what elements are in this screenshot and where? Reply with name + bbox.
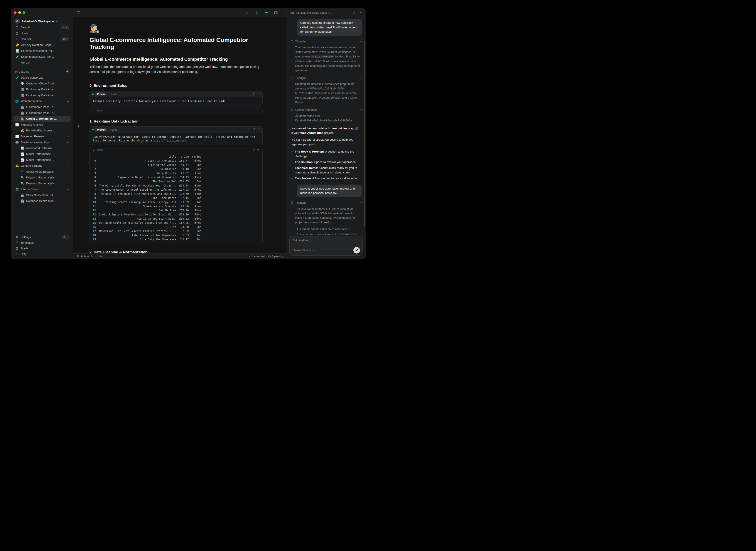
project-tree-item[interactable]: 🛠️ Internal Tools [13,186,70,192]
sidebar-item-settings[interactable]: Settings ⌘ , [13,234,70,240]
kernel-selector[interactable]: Python [76,254,89,258]
recent-notebook-item[interactable]: 🧪 Experimental: LLM Prom... [13,54,70,60]
run-cell-icon[interactable] [257,92,260,96]
history-back-icon[interactable] [83,11,87,15]
tool-call-header[interactable]: Create Notebook [291,108,362,111]
output-dataframe[interactable]: title price rating 0 A Light in the Atti… [90,153,262,244]
drag-handle-icon[interactable] [82,125,85,129]
tab-code[interactable]: Code [111,128,117,131]
project-tree-item[interactable]: 📓 Exploratory Data Anal... [13,92,70,98]
prompt-cell-1[interactable]: Prompt / Code Use Playwright to scrape t… [89,126,263,145]
tool-call-result: 🎥 demo video prep ID: efed6901-47e2-4eaf… [291,114,362,123]
project-tree-item[interactable]: 🔄 Automated Retrainin... [13,145,70,151]
toggle-right-panel-icon[interactable] [274,11,278,15]
expand-output-icon[interactable] [92,110,94,111]
project-tree-item[interactable]: 📈 Model Performance ... [13,151,70,157]
workspace-switcher[interactable]: A Ashutosh's Workspace [13,18,70,24]
tab-prompt[interactable]: Prompt [95,92,107,96]
history-forward-icon[interactable] [90,11,94,15]
sidebar-item-home[interactable]: Home [13,30,70,36]
sidebar-item-search[interactable]: Search ⌘ K [13,24,70,30]
copy-output-icon[interactable] [257,148,260,152]
section-heading-0: 0. Environment Setup [89,84,263,88]
user-message: Move it out of web automation project an… [297,184,362,197]
notebook-title: Global E-commerce Intelligence: Automate… [89,37,263,50]
recent-notebook-item[interactable]: 🔑 API Key Rotation Script (... [13,42,70,48]
thought-header[interactable]: Thought [291,201,362,204]
project-tree-item[interactable]: 📱 Social Media Engage... [13,169,70,174]
tree-item-emoji-icon: 🌐 [15,99,19,103]
search-shortcut: ⌘ K [61,25,69,29]
tree-item-emoji-icon: 🔍 [20,182,24,185]
rerun-cell-icon[interactable] [252,128,255,132]
project-tree-item[interactable]: 💎 Customer Churn Pred... [13,80,70,86]
project-tree-item[interactable]: ⚙️ Machine Learning Ops [13,139,70,145]
thought-header[interactable]: Thought [291,76,362,80]
shrink-output-icon[interactable] [253,148,255,152]
cell-status-dot [92,129,94,130]
cell-source[interactable]: Install necessary libraries for analysis… [90,97,262,105]
send-button[interactable] [353,247,360,253]
output-collapsed-0[interactable]: Output [89,107,263,114]
more-options-icon[interactable] [264,11,268,15]
cell-status-dot [92,93,94,95]
sidebar-item-caret-ai[interactable]: Caret AI ⌘ L [13,36,70,42]
check-circle-icon [290,108,293,111]
chat-input-box[interactable]: Ask anything... Gemini 3 Flash [289,236,362,256]
recent-notebook-item[interactable]: 📊 Personal Investment Per... [13,48,70,54]
run-cell-icon[interactable] [257,128,260,132]
cell-header: Prompt / Code [90,91,262,97]
restart-kernel-icon[interactable] [90,254,94,258]
notebook-main-area: 🕵️‍♂️ Global E-commerce Intelligence: Au… [73,8,287,259]
project-tree-item[interactable]: 📓 Exploratory Data Anal... [13,86,70,92]
project-tree-item[interactable]: 🕵️‍♂️ Global E-commerce I... [13,116,70,122]
sidebar-item-more[interactable]: More (4) [13,60,70,65]
chat-scrollbar[interactable] [364,41,365,226]
prompt-cell-0[interactable]: Prompt / Code Install necessary librarie… [89,91,263,106]
thought-header[interactable]: Thought [291,40,362,43]
project-tree-item[interactable]: 💰 Portfolio Risk Assess... [13,127,70,133]
project-tree-item[interactable]: 🧪 Data Science Lab [13,75,70,80]
interrupt-x-icon[interactable] [245,11,249,15]
collapse-output-icon[interactable] [92,149,94,151]
cell-source[interactable]: Use Playwright to scrape the 'Books to S… [90,133,262,145]
chat-conversation[interactable]: Can you help me create a new notebook ca… [287,17,365,235]
add-project-button[interactable] [66,70,69,74]
add-cell-icon[interactable] [77,125,80,129]
project-tree-item[interactable]: 🏥 Database Health Mon... [13,198,70,204]
chevron-down-icon [360,202,362,203]
project-tree-item[interactable]: 📈 Model Performance ... [13,157,70,163]
minimize-window-button[interactable] [18,11,21,14]
rerun-cell-icon[interactable] [252,92,255,96]
project-tree-item[interactable]: 🤖 E-commerce Price Tr... [13,110,70,116]
sidebar-item-trash[interactable]: Trash [13,245,70,251]
chat-thread-title[interactable]: Can you help me create a new n... [290,11,349,14]
project-tree-item[interactable]: 🤖 E-commerce Price Tr... [13,104,70,110]
project-tree-item[interactable]: 📊 Marketing Research [13,133,70,139]
project-tree-item[interactable]: 🌐 Web Automation [13,98,70,104]
project-tree-item[interactable]: ✍️ Content Strategy [13,163,70,169]
tree-item-emoji-icon: 🔄 [20,146,24,150]
close-icon[interactable] [359,11,362,15]
model-selector[interactable]: Gemini 3 Flash [293,249,314,252]
thought-step: Update the notebook to set its project_i… [300,232,362,235]
project-tree-item[interactable]: 🔍 Keyword Gap Analysis [13,174,70,180]
project-tree-item[interactable]: 🔍 Keyword Gap Analysis [13,180,70,186]
tree-item-emoji-icon: 📈 [20,152,24,156]
zoom-window-button[interactable] [23,11,25,14]
notebook-scroll-area[interactable]: 🕵️‍♂️ Global E-commerce Intelligence: Au… [73,17,287,253]
run-all-icon[interactable] [255,11,259,15]
tab-prompt[interactable]: Prompt [95,128,107,131]
close-window-button[interactable] [14,11,17,14]
notebook-emoji[interactable]: 🕵️‍♂️ [89,23,263,33]
tab-code[interactable]: Code [111,93,117,95]
reset-chat-icon[interactable] [352,11,356,15]
assistant-message: I've created the new notebook demo video… [291,126,362,135]
sidebar-item-templates[interactable]: Templates [13,240,70,245]
project-tree-item[interactable]: 📈 Financial Analysis [13,122,70,127]
result-id: ID: efed6901-47e2-4eaf-89be-a7c7a548705a [295,118,362,123]
toggle-sidebar-icon[interactable] [76,11,80,15]
section-heading-2: 2. Data Cleaning & Normalization [89,250,263,253]
project-tree-item[interactable]: 🤖 Slack Notification Bot [13,192,70,198]
sidebar-item-help[interactable]: Help [13,251,70,257]
